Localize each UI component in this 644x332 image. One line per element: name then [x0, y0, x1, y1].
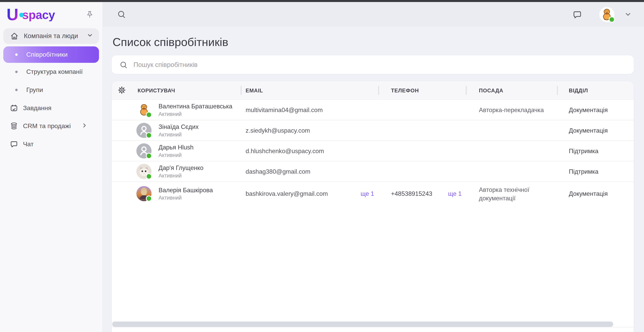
email-cell: d.hlushchenko@uspacy.com	[241, 148, 378, 154]
user-name: Дар'я Глущенко	[158, 164, 204, 171]
email-cell: z.siedykh@uspacy.com	[241, 127, 378, 134]
column-header-email[interactable]: EMAIL	[241, 81, 378, 100]
department-cell: Документація	[557, 127, 634, 134]
logo-letter: U	[6, 7, 18, 21]
window-top-edge	[0, 0, 644, 2]
user-status: Активний	[158, 172, 204, 179]
user-cell: Валерія Башкірова Активний	[112, 186, 241, 201]
avatar	[136, 186, 152, 201]
avatar	[136, 143, 152, 158]
table-header: КОРИСТУВАЧ EMAIL ТЕЛЕФОН ПОСАДА ВІДДІЛ	[112, 81, 634, 100]
sidebar-item-label: Групи	[26, 86, 43, 94]
user-status: Активний	[158, 194, 213, 201]
position-cell: Авторка-перекладачка	[466, 106, 557, 114]
avatar	[136, 164, 152, 179]
online-status-dot	[146, 112, 152, 118]
sidebar-item-label: Завдання	[23, 104, 52, 112]
app-screen: U spacy Компанія та люди	[0, 0, 644, 332]
sidebar-item-label: Структура компанії	[26, 68, 83, 76]
column-header-phone[interactable]: ТЕЛЕФОН	[378, 81, 466, 100]
search-input[interactable]	[133, 60, 586, 69]
logo-dot-icon	[19, 13, 24, 17]
email-cell: bashkirova.valery@gmail.com ще 1	[241, 190, 378, 197]
avatar	[136, 102, 152, 118]
department-cell: Документація	[557, 190, 634, 197]
sidebar-item-label: CRM та продажі	[23, 122, 71, 130]
sidebar-item-tasks[interactable]: Завдання	[0, 99, 102, 117]
user-name: Зінаїда Сєдих	[158, 123, 198, 130]
sidebar-item-label: Співробітники	[26, 51, 68, 58]
chevron-down-icon[interactable]	[624, 11, 632, 18]
more-emails-link[interactable]: ще 1	[360, 190, 374, 197]
topbar	[103, 2, 644, 27]
user-cell: Валентина Браташевська Активний	[112, 102, 241, 118]
user-status: Активний	[158, 111, 232, 117]
online-status-dot	[146, 132, 152, 138]
employee-search-box	[112, 56, 634, 74]
email-cell: multivitamina04@gmail.com	[241, 106, 378, 113]
online-status-dot	[146, 196, 152, 202]
column-divider	[378, 86, 379, 95]
sidebar-item-label: Чат	[23, 140, 34, 148]
sidebar-section-company-people[interactable]: Компанія та люди	[3, 28, 99, 44]
more-phones-link[interactable]: ще 1	[448, 190, 462, 197]
user-cell: Дар'я Глущенко Активний	[112, 164, 241, 179]
search-icon[interactable]	[117, 10, 126, 19]
messages-icon[interactable]	[572, 10, 582, 19]
bullet-icon	[15, 53, 18, 56]
column-header-position[interactable]: ПОСАДА	[466, 81, 557, 100]
phone-cell: +48538915243 ще 1	[378, 190, 466, 197]
sidebar-item-groups[interactable]: Групи	[0, 81, 102, 99]
user-name: Валерія Башкірова	[158, 186, 213, 193]
department-cell: Документація	[557, 106, 634, 113]
column-header-user[interactable]: КОРИСТУВАЧ	[112, 81, 241, 100]
sidebar-item-crm[interactable]: CRM та продажі	[0, 117, 102, 135]
email-cell: dashag380@gmail.com	[241, 168, 378, 175]
bullet-icon	[15, 71, 18, 73]
logo-word: spacy	[22, 9, 55, 21]
sidebar-item-employees[interactable]: Співробітники	[3, 46, 99, 63]
user-name: Валентина Браташевська	[158, 103, 232, 110]
sidebar: U spacy Компанія та люди	[0, 2, 103, 332]
column-divider	[241, 86, 242, 95]
pushpin-icon[interactable]	[86, 10, 94, 20]
bullet-icon	[15, 89, 18, 91]
chevron-right-icon	[81, 122, 88, 130]
department-cell: Підтримка	[557, 148, 634, 154]
online-status-dot	[609, 16, 615, 22]
online-status-dot	[146, 173, 152, 180]
user-status: Активний	[158, 152, 194, 158]
sidebar-item-chat[interactable]: Чат	[0, 135, 102, 153]
column-divider	[557, 86, 558, 95]
divider	[112, 327, 634, 327]
search-icon	[119, 60, 128, 69]
department-cell: Підтримка	[557, 168, 634, 175]
user-status: Активний	[158, 132, 198, 138]
sidebar-section-label: Компанія та люди	[24, 32, 78, 40]
calendar-check-icon	[10, 104, 18, 112]
sidebar-item-company-structure[interactable]: Структура компанії	[0, 63, 102, 81]
chat-bubble-icon	[10, 140, 18, 148]
user-avatar[interactable]	[599, 7, 614, 22]
user-cell: Зінаїда Сєдих Активний	[112, 123, 241, 138]
home-icon	[10, 32, 18, 40]
table-row[interactable]: Зінаїда Сєдих Активний z.siedykh@uspacy.…	[112, 120, 634, 140]
page-title: Список співробітників	[112, 36, 228, 49]
user-cell: Дарья Hlush Активний	[112, 143, 241, 158]
column-divider	[466, 86, 466, 95]
main-content: Список співробітників КОРИСТУВАЧ	[103, 27, 644, 332]
table-row[interactable]: Дар'я Глущенко Активний dashag380@gmail.…	[112, 161, 634, 182]
avatar	[136, 123, 152, 138]
column-header-department[interactable]: ВІДДІЛ	[557, 81, 634, 100]
chevron-down-icon	[87, 32, 93, 40]
employees-table: КОРИСТУВАЧ EMAIL ТЕЛЕФОН ПОСАДА ВІДДІЛ	[112, 81, 634, 332]
position-cell: Авторка технічної документації	[466, 185, 557, 202]
user-name: Дарья Hlush	[158, 144, 194, 150]
table-row[interactable]: Валерія Башкірова Активний bashkirova.va…	[112, 182, 634, 206]
table-row[interactable]: Дарья Hlush Активний d.hlushchenko@uspac…	[112, 140, 634, 161]
uspacy-logo[interactable]: U spacy	[6, 7, 55, 21]
crm-stack-icon	[10, 122, 18, 130]
table-row[interactable]: Валентина Браташевська Активний multivit…	[112, 99, 634, 120]
online-status-dot	[146, 153, 152, 159]
horizontal-scrollbar[interactable]	[112, 322, 613, 327]
